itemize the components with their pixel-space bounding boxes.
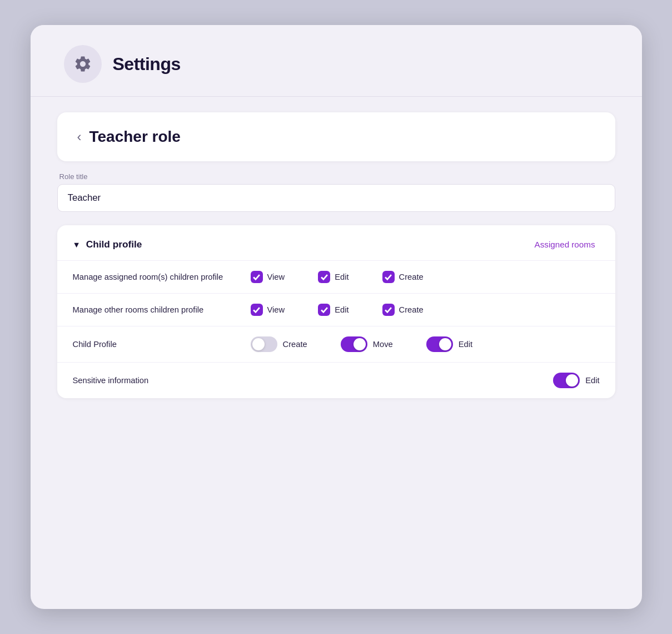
toggle-edit-4[interactable]: [553, 373, 580, 388]
perm-check-view-2: View: [251, 304, 285, 316]
perm-controls-2: View Edit Create: [251, 304, 600, 316]
page-header: Settings: [31, 25, 642, 97]
checkbox-view-1[interactable]: [251, 271, 263, 283]
perm-check-label-create-2: Create: [399, 305, 424, 314]
perm-row-child-profile: Child Profile Create M: [57, 326, 615, 362]
perm-row-label-1: Manage assigned room(s) children profile: [73, 271, 251, 283]
teacher-role-card: ‹ Teacher role: [57, 112, 615, 161]
checkbox-view-2[interactable]: [251, 304, 263, 316]
toggle-edit-3[interactable]: [426, 336, 453, 352]
toggle-thumb-edit-3: [439, 338, 451, 350]
perm-controls-3: Create Move Edit: [251, 336, 600, 352]
perm-check-create-1: Create: [382, 271, 424, 283]
role-title: Teacher role: [89, 128, 181, 146]
perm-check-label-edit-2: Edit: [335, 305, 349, 314]
perm-row-sensitive: Sensitive information Edit: [57, 362, 615, 398]
page-title: Settings: [113, 54, 181, 75]
perm-check-label-view-1: View: [267, 273, 285, 281]
toggle-label-move: Move: [373, 340, 393, 349]
checkbox-edit-2[interactable]: [318, 304, 330, 316]
perm-row-label-2: Manage other rooms children profile: [73, 304, 251, 316]
back-button[interactable]: ‹: [77, 130, 82, 143]
toggle-thumb-move: [354, 338, 366, 350]
perm-check-label-edit-1: Edit: [335, 273, 349, 281]
role-title-input[interactable]: [57, 184, 615, 212]
chevron-down-icon[interactable]: ▼: [73, 240, 81, 249]
perm-row-assigned: Manage assigned room(s) children profile…: [57, 260, 615, 293]
settings-icon-circle: [64, 45, 102, 83]
checkbox-create-2[interactable]: [382, 304, 395, 316]
perm-check-view-1: View: [251, 271, 285, 283]
toggle-row-edit-3: Edit: [426, 336, 472, 352]
role-title-field: Role title: [57, 172, 615, 212]
main-content: ‹ Teacher role Role title ▼ Child profil…: [31, 97, 642, 420]
toggle-create[interactable]: [251, 336, 277, 352]
permissions-card: ▼ Child profile Assigned rooms Manage as…: [57, 225, 615, 398]
perm-check-edit-2: Edit: [318, 304, 349, 316]
toggle-label-create: Create: [283, 340, 307, 349]
perm-row-other: Manage other rooms children profile View…: [57, 293, 615, 326]
perm-controls-4: Edit: [251, 373, 600, 388]
toggle-label-edit-4: Edit: [585, 376, 599, 385]
toggle-row-create: Create: [251, 336, 307, 352]
permissions-section-title: Child profile: [86, 239, 142, 250]
perm-row-label-4: Sensitive information: [73, 375, 251, 387]
assigned-rooms-button[interactable]: Assigned rooms: [530, 237, 600, 251]
toggle-row-move: Move: [341, 336, 393, 352]
back-section: ‹ Teacher role: [57, 112, 615, 161]
toggle-thumb-edit-4: [566, 374, 578, 387]
perm-check-label-view-2: View: [267, 305, 285, 314]
toggle-move[interactable]: [341, 336, 367, 352]
perm-controls-1: View Edit Create: [251, 271, 600, 283]
app-container: Settings ‹ Teacher role Role title ▼ Chi…: [31, 25, 642, 609]
perm-check-label-create-1: Create: [399, 273, 424, 281]
gear-icon: [73, 55, 92, 73]
role-title-label: Role title: [57, 172, 615, 181]
permissions-header-left: ▼ Child profile: [73, 239, 142, 250]
toggle-thumb-create: [252, 338, 265, 350]
toggle-row-edit-4: Edit: [553, 373, 599, 388]
perm-check-create-2: Create: [382, 304, 424, 316]
toggle-label-edit-3: Edit: [459, 340, 472, 349]
checkbox-create-1[interactable]: [382, 271, 395, 283]
checkbox-edit-1[interactable]: [318, 271, 330, 283]
perm-check-edit-1: Edit: [318, 271, 349, 283]
perm-row-label-3: Child Profile: [73, 339, 251, 350]
permissions-header: ▼ Child profile Assigned rooms: [57, 225, 615, 260]
